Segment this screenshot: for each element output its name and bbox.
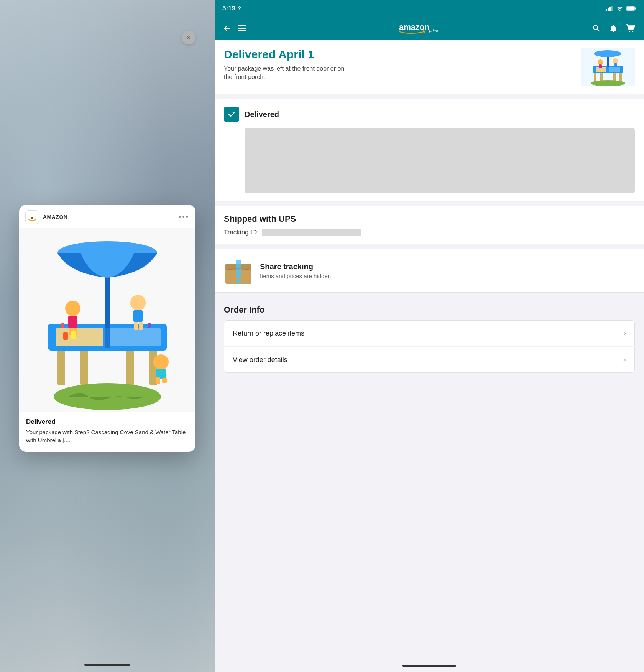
svg-rect-28	[61, 323, 64, 328]
svg-rect-26	[63, 332, 68, 340]
svg-rect-25	[162, 378, 167, 383]
notifications-button[interactable]	[609, 24, 618, 33]
order-info-title: Order Info	[224, 305, 635, 315]
home-indicator	[215, 659, 644, 672]
svg-rect-47	[609, 67, 620, 72]
notif-app-name: AMAZON	[43, 214, 67, 220]
notification-body: Delivered Your package with Step2 Cascad…	[19, 412, 196, 452]
svg-rect-57	[614, 63, 617, 67]
package-icon	[224, 256, 253, 285]
svg-rect-30	[606, 9, 607, 11]
signal-icon	[606, 6, 613, 11]
hamburger-line-3	[238, 30, 246, 31]
svg-rect-15	[68, 316, 77, 328]
hamburger-line-2	[238, 28, 246, 29]
status-icons	[606, 6, 636, 11]
search-button[interactable]	[592, 24, 601, 33]
svg-rect-49	[600, 73, 603, 81]
right-panel: 5:19	[215, 0, 644, 672]
svg-point-42	[629, 31, 630, 32]
view-order-details-button[interactable]: View order details ›	[224, 347, 635, 373]
tracking-label: Tracking ID:	[224, 229, 259, 236]
svg-rect-20	[134, 322, 138, 330]
svg-point-56	[613, 58, 618, 64]
svg-point-43	[632, 31, 633, 32]
status-bar: 5:19	[215, 0, 644, 17]
battery-icon	[626, 6, 636, 11]
tracking-row: Tracking ID:	[224, 229, 635, 236]
svg-rect-36	[627, 7, 634, 10]
check-icon	[224, 107, 239, 122]
svg-rect-31	[608, 8, 609, 11]
status-label: Delivered	[245, 110, 279, 119]
product-image	[19, 228, 196, 412]
notif-left: a AMAZON	[25, 210, 67, 224]
share-title: Share tracking	[260, 262, 635, 271]
delivery-header: Delivered April 1 Your package was left …	[215, 40, 644, 94]
svg-rect-8	[56, 328, 104, 346]
notification-title: Delivered	[26, 418, 189, 426]
status-row: Delivered	[224, 107, 635, 122]
svg-rect-3	[58, 347, 65, 385]
share-info: Share tracking Items and prices are hidd…	[260, 262, 635, 279]
delivery-info: Delivered April 1 Your package was left …	[224, 48, 575, 82]
svg-text:prime: prime	[429, 28, 440, 33]
cart-button[interactable]	[626, 24, 636, 33]
delivery-subtitle: Your package was left at the front door …	[224, 64, 347, 82]
nav-actions	[592, 24, 636, 33]
svg-rect-23	[156, 369, 166, 379]
view-order-label: View order details	[233, 356, 288, 364]
notification-card: a AMAZON •••	[19, 205, 196, 452]
svg-rect-27	[71, 331, 76, 339]
nav-bar: amazon prime	[215, 17, 644, 40]
hamburger-line-1	[238, 25, 246, 26]
order-info-section: Order Info Return or replace items › Vie…	[215, 297, 644, 378]
return-replace-label: Return or replace items	[233, 329, 304, 338]
chevron-right-icon-2: ›	[623, 355, 626, 365]
share-subtitle: Items and prices are hidden	[260, 273, 635, 279]
location-icon	[237, 6, 242, 11]
share-section[interactable]: Share tracking Items and prices are hidd…	[215, 249, 644, 293]
svg-rect-10	[105, 327, 110, 348]
delivery-product-thumbnail	[581, 48, 635, 86]
wifi-icon	[616, 6, 623, 11]
svg-rect-29	[148, 323, 151, 328]
menu-button[interactable]	[238, 25, 246, 31]
home-bar	[402, 665, 456, 667]
svg-point-18	[130, 295, 146, 310]
svg-rect-55	[599, 64, 602, 68]
svg-rect-4	[80, 347, 88, 385]
svg-point-53	[594, 50, 621, 57]
svg-rect-51	[619, 73, 622, 81]
back-button[interactable]	[222, 24, 232, 33]
svg-rect-5	[127, 347, 134, 385]
notification-header: a AMAZON •••	[19, 205, 196, 228]
svg-point-14	[65, 301, 80, 316]
svg-point-22	[153, 354, 169, 370]
amazon-logo: amazon prime	[252, 21, 586, 36]
svg-rect-19	[133, 310, 143, 322]
svg-rect-9	[109, 328, 161, 346]
chevron-right-icon: ›	[623, 328, 626, 338]
shipped-section: Shipped with UPS Tracking ID:	[215, 206, 644, 244]
svg-rect-50	[613, 73, 616, 81]
return-replace-button[interactable]: Return or replace items ›	[224, 320, 635, 346]
svg-text:a: a	[31, 215, 33, 220]
notif-more-button[interactable]: •••	[179, 213, 189, 221]
status-section: Delivered	[215, 99, 644, 201]
amazon-app-icon: a	[25, 210, 39, 224]
svg-rect-33	[611, 6, 613, 11]
svg-rect-32	[610, 7, 611, 11]
svg-rect-48	[594, 73, 596, 81]
tracking-id	[262, 229, 361, 236]
status-time: 5:19	[222, 5, 242, 12]
delivery-photo	[245, 128, 635, 193]
delivery-title: Delivered April 1	[224, 48, 575, 61]
svg-point-54	[598, 59, 603, 65]
svg-text:amazon: amazon	[399, 23, 429, 32]
notification-description: Your package with Step2 Cascading Cove S…	[26, 428, 189, 444]
close-button[interactable]: ×	[182, 31, 196, 44]
svg-rect-24	[156, 377, 160, 384]
main-content[interactable]: Delivered April 1 Your package was left …	[215, 40, 644, 659]
svg-rect-35	[635, 8, 636, 10]
